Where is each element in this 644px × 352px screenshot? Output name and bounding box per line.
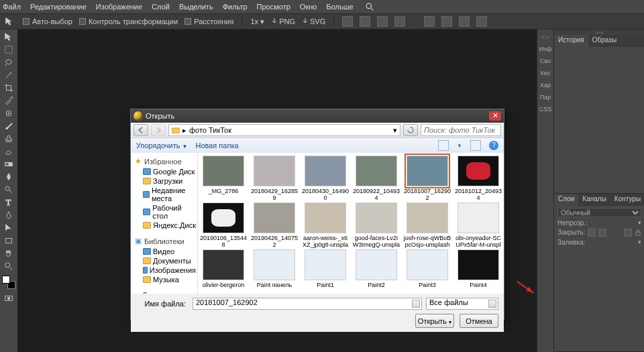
export-svg-button[interactable]: SVG [302,17,325,25]
file-thumb[interactable]: 20190106_135448 [199,202,248,248]
marquee-tool[interactable] [1,44,17,56]
align-center-h-button[interactable] [360,16,370,27]
nav-desktop[interactable]: Рабочий стол [131,203,197,221]
dialog-titlebar[interactable]: Открыть ✕ [131,109,504,123]
search-input[interactable] [421,124,501,136]
file-thumb[interactable]: Paint2 [352,249,400,294]
filename-input[interactable]: 20181007_162902 [193,298,422,310]
lock-position-icon[interactable] [598,229,606,237]
menu-select[interactable]: Выделить [179,3,213,11]
dock-char[interactable]: Хар [537,80,553,91]
lock-all-icon[interactable] [624,229,632,237]
mask-mode[interactable] [1,292,17,304]
menu-edit[interactable]: Редактирование [30,3,87,11]
nav-recent[interactable]: Недавние места [131,186,197,203]
preview-pane-button[interactable] [470,140,481,151]
file-thumb[interactable]: 20180430_164900 [301,156,350,201]
align-bottom-button[interactable] [441,16,452,27]
nav-yadisk[interactable]: Яндекс.Диск [131,221,197,230]
file-thumb[interactable]: 20181007_162902 [403,156,451,201]
cancel-button[interactable]: Отмена [460,314,498,328]
nav-favorites[interactable]: Избранное [144,158,182,166]
blur-tool[interactable] [1,171,17,183]
dock-brush[interactable]: Кис [537,68,553,78]
align-right-button[interactable] [377,16,388,27]
file-thumb[interactable]: 20180429_162859 [250,156,299,201]
zoom-dropdown[interactable]: 1x ▾ [250,17,264,26]
shape-tool[interactable] [1,235,17,247]
nav-videos[interactable]: Видео [131,247,197,256]
file-thumb[interactable]: Paint3 [403,249,451,294]
dock-info[interactable]: Инф [537,44,553,54]
transform-controls-checkbox[interactable]: Контроль трансформации [79,17,178,25]
pen-tool[interactable] [1,209,17,221]
file-thumb[interactable]: 20190426_140752 [250,202,299,248]
view-mode-button[interactable] [438,140,449,151]
nav-music[interactable]: Музыка [131,275,197,284]
eyedropper-tool[interactable] [1,95,17,107]
menu-view[interactable]: Просмотр [257,3,290,11]
dock-para[interactable]: Пар [537,92,553,103]
zoom-tool[interactable] [1,260,17,272]
wand-tool[interactable] [1,69,17,81]
tab-samples[interactable]: Образы [588,35,621,47]
file-thumb[interactable]: good-faces-Lv2IW3ImegQ-unsplash [352,202,400,248]
blend-mode-select[interactable]: Обычный [557,208,641,217]
nav-gdrive[interactable]: Google Диск [131,167,197,176]
type-tool[interactable]: T [1,196,17,209]
dock-swatches[interactable]: Сво [537,56,553,66]
open-button[interactable]: Открыть ▾ [415,314,454,328]
file-thumb[interactable]: Paint1 [301,249,350,294]
nav-pictures[interactable]: Изображения [131,266,197,275]
brush-tool[interactable] [1,120,17,132]
align-top-button[interactable] [394,16,405,27]
distribute-v-button[interactable] [476,16,487,27]
nav-downloads[interactable]: Загрузки [131,176,197,186]
heal-tool[interactable] [1,107,17,119]
export-png-button[interactable]: PNG [271,17,295,25]
dodge-tool[interactable] [1,184,17,196]
nav-homegroup[interactable]: Домашняя группа [142,291,193,294]
lock-pixels-icon[interactable] [588,229,596,237]
dock-css[interactable]: CSS [537,104,553,115]
crop-tool[interactable] [1,82,17,94]
move-tool[interactable] [1,31,17,43]
tab-history[interactable]: История [554,35,588,47]
file-pane[interactable]: _MG_278620180429_16285920180430_16490020… [198,153,504,294]
menu-file[interactable]: Файл [3,3,21,11]
breadcrumb[interactable]: ▸фото ТикТок ▾ [168,124,400,136]
filetype-select[interactable]: Все файлы [426,298,498,310]
file-thumb[interactable]: 20180922_104934 [352,156,400,201]
back-button[interactable] [133,124,148,136]
close-icon[interactable]: ✕ [489,111,501,121]
search-icon[interactable] [366,3,374,11]
file-thumb[interactable]: 20181012_204934 [454,156,502,201]
file-thumb[interactable]: Paint4 [454,249,502,294]
help-icon[interactable]: ? [489,141,498,150]
tab-channels[interactable]: Каналы [578,194,610,206]
gradient-tool[interactable] [1,158,17,170]
file-thumb[interactable]: Paint панель [250,249,299,294]
align-left-button[interactable] [342,16,353,27]
file-thumb[interactable]: josh-rose-qWBoBpcOsjo-unsplash [403,202,451,248]
menu-window[interactable]: Окно [300,3,317,11]
organize-button[interactable]: Упорядочить ▼ [136,141,187,150]
file-thumb[interactable]: aaron-weiss-_x6XZ_jp0g8-unsplash [301,202,350,248]
menu-image[interactable]: Изображение [96,3,142,11]
forward-button[interactable] [151,124,166,136]
menu-layer[interactable]: Слой [152,3,170,11]
tab-layers[interactable]: Слои [554,194,578,206]
refresh-button[interactable] [403,124,418,136]
path-select-tool[interactable] [1,222,17,234]
lasso-tool[interactable] [1,56,17,68]
menu-filter[interactable]: Фильтр [223,3,248,11]
file-thumb[interactable]: obi-onyeador-SCUPx5far-M-unsplash [454,202,502,248]
file-thumb[interactable]: olivier-bergeron [199,249,248,294]
stamp-tool[interactable] [1,133,17,145]
eraser-tool[interactable] [1,145,17,158]
color-swatches[interactable] [2,276,15,289]
hand-tool[interactable] [1,247,17,259]
align-middle-v-button[interactable] [424,16,435,27]
tab-paths[interactable]: Контуры [610,194,644,206]
nav-libraries[interactable]: Библиотеки [144,237,184,245]
